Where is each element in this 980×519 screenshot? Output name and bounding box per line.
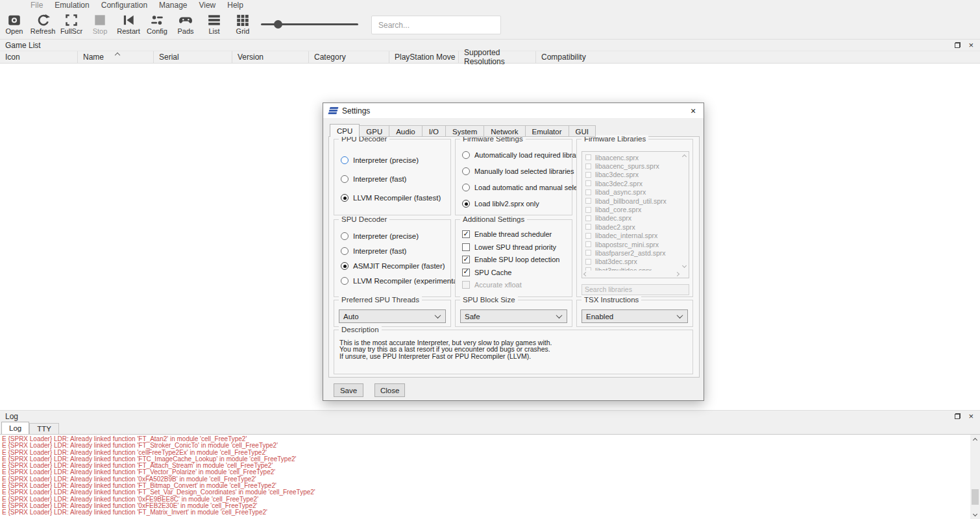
lower-spu-thread-priority-checkbox[interactable]: Lower SPU thread priority — [456, 242, 572, 252]
slider-handle[interactable] — [274, 20, 282, 29]
radio-unchecked-icon — [341, 247, 349, 255]
radio-checked-icon — [462, 200, 470, 208]
menu-manage[interactable]: Manage — [153, 0, 193, 11]
icon-size-slider[interactable] — [261, 19, 358, 29]
enable-spu-loop-detection-checkbox[interactable]: Enable SPU loop detection — [456, 254, 572, 265]
scroll-down-icon[interactable] — [973, 512, 977, 516]
menu-file[interactable]: File — [25, 0, 49, 11]
tab-tty[interactable]: TTY — [29, 423, 59, 434]
chevron-down-icon — [435, 312, 441, 319]
log-vertical-scrollbar[interactable] — [970, 435, 980, 519]
tab-gpu[interactable]: GPU — [360, 125, 389, 137]
search-input[interactable] — [371, 16, 501, 34]
spu-block-size-dropdown[interactable]: Safe — [460, 309, 567, 323]
additional-settings-title: Additional Settings — [460, 215, 527, 223]
fw-liblv2-only-option[interactable]: Load liblv2.sprx only — [456, 199, 572, 209]
grid-icon — [236, 13, 250, 27]
enable-thread-scheduler-checkbox[interactable]: Enable thread scheduler — [456, 229, 572, 239]
column-supported-resolutions[interactable]: Supported Resolutions — [459, 51, 536, 63]
column-compatibility[interactable]: Compatibility — [536, 51, 980, 63]
tab-emulator[interactable]: Emulator — [526, 125, 569, 137]
refresh-label: Refresh — [31, 27, 56, 35]
description-group: Description This is the most accurate In… — [334, 330, 693, 374]
restart-icon — [121, 13, 136, 27]
toolbar: Open Refresh FullScr Stop Restart — [0, 11, 980, 39]
column-category[interactable]: Category — [309, 51, 389, 63]
column-version[interactable]: Version — [232, 51, 309, 63]
radio-checked-icon — [341, 262, 349, 270]
checkbox-unchecked-icon — [585, 198, 591, 204]
list-view-button[interactable]: List — [200, 11, 228, 39]
ppu-interpreter-precise-option[interactable]: Interpreter (precise) — [334, 155, 450, 165]
tab-cpu[interactable]: CPU — [330, 124, 360, 137]
radio-unchecked-icon — [462, 167, 470, 175]
tab-log[interactable]: Log — [1, 422, 29, 434]
checkbox-unchecked-icon — [585, 154, 591, 160]
ppu-interpreter-fast-option[interactable]: Interpreter (fast) — [334, 174, 450, 184]
column-name[interactable]: Name — [78, 51, 154, 63]
open-label: Open — [6, 27, 23, 35]
settings-close-icon[interactable] — [683, 103, 704, 118]
fw-manual-load-option[interactable]: Manually load selected libraries — [456, 166, 572, 176]
settings-titlebar[interactable]: Settings — [323, 103, 704, 118]
pads-button[interactable]: Pads — [171, 11, 200, 39]
checkbox-checked-icon — [462, 269, 470, 276]
stop-label: Stop — [93, 27, 108, 35]
column-icon[interactable]: Icon — [0, 51, 78, 63]
checkbox-unchecked-icon — [585, 233, 591, 239]
refresh-button[interactable]: Refresh — [29, 11, 57, 39]
game-list-close-icon[interactable] — [968, 42, 974, 49]
checkbox-unchecked-icon — [585, 241, 591, 247]
scroll-up-icon[interactable] — [973, 438, 977, 442]
checkbox-unchecked-icon — [585, 259, 591, 265]
firmware-libraries-group: Firmware Libraries libaacenc.sprx libaac… — [576, 139, 693, 297]
checkbox-unchecked-icon — [585, 180, 591, 186]
fw-auto-manual-option[interactable]: Load automatic and manual selection — [456, 182, 572, 193]
game-list-float-icon[interactable] — [955, 42, 961, 48]
stop-button: Stop — [86, 11, 114, 39]
spu-interpreter-precise-option[interactable]: Interpreter (precise) — [334, 231, 450, 241]
tsx-instructions-group: TSX Instructions Enabled — [576, 300, 693, 327]
close-button[interactable]: Close — [374, 383, 405, 397]
tsx-instructions-dropdown[interactable]: Enabled — [582, 309, 688, 323]
radio-unchecked-icon — [341, 277, 349, 285]
config-button[interactable]: Config — [143, 11, 171, 39]
save-button[interactable]: Save — [334, 383, 363, 397]
tab-system[interactable]: System — [446, 125, 484, 137]
preferred-spu-threads-dropdown[interactable]: Auto — [339, 309, 446, 323]
tab-audio[interactable]: Audio — [389, 125, 422, 137]
stop-icon — [93, 13, 107, 27]
column-playstation-move[interactable]: PlayStation Move — [389, 51, 459, 63]
fw-auto-load-option[interactable]: Automatically load required libraries — [456, 150, 572, 160]
tab-network[interactable]: Network — [484, 125, 525, 137]
menu-view[interactable]: View — [193, 0, 221, 11]
scroll-down-icon — [682, 263, 687, 268]
checkbox-unchecked-icon — [585, 207, 591, 213]
settings-dialog: Settings CPU GPU Audio I/O System Networ… — [323, 103, 704, 401]
game-list-header: Icon Name Serial Version Category PlaySt… — [0, 51, 980, 64]
menu-emulation[interactable]: Emulation — [49, 0, 95, 11]
fullscreen-button[interactable]: FullScr — [57, 11, 86, 39]
checkbox-unchecked-icon — [585, 189, 591, 195]
library-item: libaacenc.sprx — [582, 153, 681, 162]
library-item: libad_core.sprx — [582, 205, 681, 213]
scroll-left-icon — [583, 272, 588, 276]
tab-gui[interactable]: GUI — [569, 125, 596, 137]
menu-configuration[interactable]: Configuration — [95, 0, 153, 11]
scrollbar-thumb[interactable] — [972, 489, 979, 505]
ppu-llvm-recompiler-option[interactable]: LLVM Recompiler (fastest) — [334, 193, 450, 203]
open-button[interactable]: Open — [0, 11, 29, 39]
radio-checked-icon — [341, 194, 349, 202]
column-serial[interactable]: Serial — [154, 51, 232, 63]
menu-help[interactable]: Help — [221, 0, 249, 11]
log-close-icon[interactable] — [968, 413, 974, 420]
scroll-up-icon — [682, 154, 687, 159]
spu-asmjit-recompiler-option[interactable]: ASMJIT Recompiler (faster) — [334, 261, 450, 271]
spu-cache-checkbox[interactable]: SPU Cache — [456, 267, 572, 278]
restart-button[interactable]: Restart — [114, 11, 143, 39]
spu-llvm-recompiler-option[interactable]: LLVM Recompiler (experimental) — [334, 276, 450, 286]
spu-interpreter-fast-option[interactable]: Interpreter (fast) — [334, 246, 450, 256]
tab-io[interactable]: I/O — [423, 125, 446, 137]
grid-view-button[interactable]: Grid — [228, 11, 257, 39]
log-float-icon[interactable] — [955, 413, 961, 419]
